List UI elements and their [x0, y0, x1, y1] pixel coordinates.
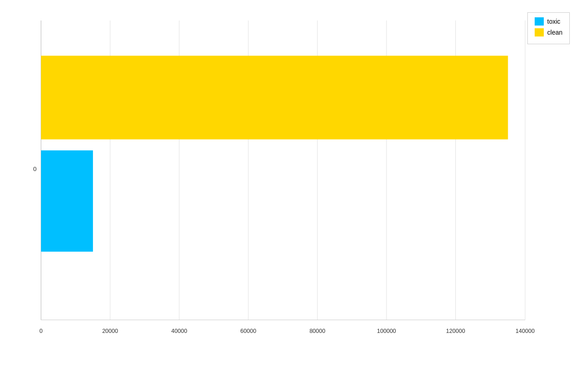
x-label-0: 0 [40, 328, 43, 334]
x-label-80k: 80000 [309, 328, 325, 334]
x-label-120k: 120000 [446, 328, 465, 334]
x-label-20k: 20000 [102, 328, 118, 334]
x-label-40k: 40000 [171, 328, 187, 334]
legend-color-clean [535, 28, 544, 36]
x-label-100k: 100000 [377, 328, 396, 334]
y-axis-label-0: 0 [33, 166, 37, 172]
chart-container: toxic clean 0 0 2 [9, 8, 579, 382]
legend-label-toxic: toxic [547, 18, 561, 25]
legend-color-toxic [535, 17, 544, 26]
x-label-140k: 140000 [516, 328, 535, 334]
legend-item-toxic: toxic [535, 17, 562, 26]
bar-toxic [41, 150, 93, 251]
legend-label-clean: clean [547, 29, 562, 36]
chart-svg: 0 0 20000 40000 60000 80000 100000 12000… [41, 17, 552, 354]
x-label-60k: 60000 [240, 328, 256, 334]
legend-item-clean: clean [535, 28, 562, 36]
bar-clean [41, 56, 508, 139]
chart-legend: toxic clean [527, 12, 570, 44]
